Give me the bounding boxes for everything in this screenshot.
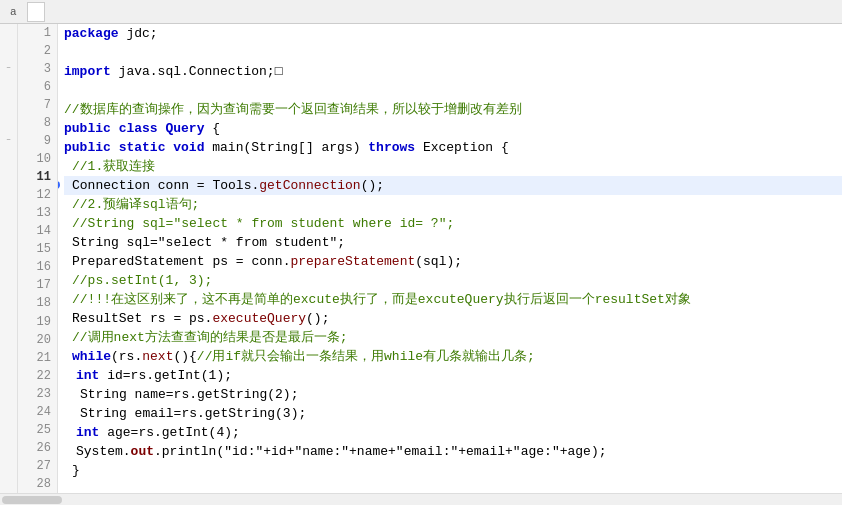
keyword2-token: out xyxy=(131,442,154,461)
code-line-12: //2.预编译sql语句; xyxy=(64,195,842,214)
editor: a ⁻⁻ 12367891011121314151617181920212223… xyxy=(0,0,842,505)
gutter-item-8 xyxy=(0,114,18,132)
code-line-6 xyxy=(64,81,842,100)
gutter-item-12 xyxy=(0,186,18,204)
line-numbers: 1236789101112131415161718192021222324252… xyxy=(18,24,58,493)
classname-token: Query xyxy=(165,119,204,138)
line-num-28: 28 xyxy=(18,475,57,493)
normal-token: (){ xyxy=(173,347,196,366)
code-line-7: //数据库的查询操作，因为查询需要一个返回查询结果，所以较于增删改有差别 xyxy=(64,100,842,119)
method-token: next xyxy=(142,347,173,366)
normal-token: (rs. xyxy=(111,347,142,366)
gutter-item-1 xyxy=(0,24,18,42)
gutter-item-25 xyxy=(0,421,18,439)
code-line-16: //ps.setInt(1, 3); xyxy=(64,271,842,290)
line-num-19: 19 xyxy=(18,313,57,331)
code-line-2 xyxy=(64,43,842,62)
gutter-item-6 xyxy=(0,78,18,96)
code-line-14: String sql="select * from student"; xyxy=(64,233,842,252)
gutter-item-17 xyxy=(0,276,18,294)
line-num-18: 18 xyxy=(18,294,57,312)
code-line-26: } xyxy=(64,461,842,480)
line-num-7: 7 xyxy=(18,96,57,114)
code-line-20: while(rs.next(){//用if就只会输出一条结果，用while有几条… xyxy=(64,347,842,366)
expand-icon[interactable]: ⁻ xyxy=(5,135,12,148)
line-num-17: 17 xyxy=(18,276,57,294)
normal-token: main(String[] args) xyxy=(204,138,368,157)
code-content[interactable]: package jdc;import java.sql.Connection;□… xyxy=(58,24,842,493)
keyword-token: public xyxy=(64,119,111,138)
code-line-8: public class Query { xyxy=(64,119,842,138)
method-token: prepareStatement xyxy=(290,252,415,271)
line-num-11: 11 xyxy=(18,168,57,186)
normal-token: String name=rs.getString(2); xyxy=(80,385,298,404)
normal-token xyxy=(111,119,119,138)
normal-token: System. xyxy=(76,442,131,461)
code-line-21: int id=rs.getInt(1); xyxy=(64,366,842,385)
comment-token: //调用next方法查查询的结果是否是最后一条; xyxy=(72,328,348,347)
comment-token: //1.获取连接 xyxy=(72,157,155,176)
tab-c1[interactable] xyxy=(27,2,45,22)
line-num-2: 2 xyxy=(18,42,57,60)
code-line-24: int age=rs.getInt(4); xyxy=(64,423,842,442)
line-num-12: 12 xyxy=(18,186,57,204)
normal-token xyxy=(111,138,119,157)
gutter-item-26 xyxy=(0,439,18,457)
line-num-16: 16 xyxy=(18,258,57,276)
code-line-18: ResultSet rs = ps.executeQuery(); xyxy=(64,309,842,328)
gutter-item-7 xyxy=(0,96,18,114)
comment-token: //String sql="select * from student wher… xyxy=(72,214,454,233)
code-line-1: package jdc; xyxy=(64,24,842,43)
left-gutter: ⁻⁻ xyxy=(0,24,18,493)
normal-token: PreparedStatement ps = conn. xyxy=(72,252,290,271)
gutter-item-14 xyxy=(0,222,18,240)
normal-token: Exception { xyxy=(415,138,509,157)
gutter-item-9: ⁻ xyxy=(0,132,18,150)
code-line-10: //1.获取连接 xyxy=(64,157,842,176)
keyword-token: int xyxy=(76,423,99,442)
gutter-item-24 xyxy=(0,403,18,421)
line-num-10: 10 xyxy=(18,150,57,168)
line-num-15: 15 xyxy=(18,240,57,258)
code-line-9: public static void main(String[] args) t… xyxy=(64,138,842,157)
code-line-13: //String sql="select * from student wher… xyxy=(64,214,842,233)
code-line-19: //调用next方法查查询的结果是否是最后一条; xyxy=(64,328,842,347)
keyword-token: public xyxy=(64,138,111,157)
gutter-item-23 xyxy=(0,385,18,403)
expand-icon[interactable]: ⁻ xyxy=(5,63,12,76)
code-area: ⁻⁻ 1236789101112131415161718192021222324… xyxy=(0,24,842,493)
line-num-23: 23 xyxy=(18,385,57,403)
gutter-item-22 xyxy=(0,367,18,385)
scrollbar-thumb-x[interactable] xyxy=(2,496,62,504)
code-line-25: System.out.println("id:"+id+"name:"+name… xyxy=(64,442,842,461)
code-line-15: PreparedStatement ps = conn.prepareState… xyxy=(64,252,842,271)
normal-token: String sql="select * from student"; xyxy=(72,233,345,252)
line-num-27: 27 xyxy=(18,457,57,475)
normal-token: (); xyxy=(306,309,329,328)
gutter-item-10 xyxy=(0,150,18,168)
gutter-item-13 xyxy=(0,204,18,222)
comment-token: //!!!在这区别来了，这不再是简单的excute执行了，而是excuteQue… xyxy=(72,290,691,309)
gutter-item-15 xyxy=(0,240,18,258)
tab-bar: a xyxy=(0,0,842,24)
normal-token: java.sql.Connection;□ xyxy=(111,62,283,81)
line-num-1: 1 xyxy=(18,24,57,42)
comment-token: //数据库的查询操作，因为查询需要一个返回查询结果，所以较于增删改有差别 xyxy=(64,100,522,119)
keyword-token: void xyxy=(173,138,204,157)
code-line-22: String name=rs.getString(2); xyxy=(64,385,842,404)
normal-token: (sql); xyxy=(415,252,462,271)
keyword-token: import xyxy=(64,62,111,81)
line-num-6: 6 xyxy=(18,78,57,96)
line-num-24: 24 xyxy=(18,403,57,421)
scrollbar-x[interactable] xyxy=(0,493,842,505)
gutter-item-19 xyxy=(0,313,18,331)
line-num-20: 20 xyxy=(18,331,57,349)
gutter-item-2 xyxy=(0,42,18,60)
line-num-22: 22 xyxy=(18,367,57,385)
gutter-item-28 xyxy=(0,475,18,493)
normal-token: .println("id:"+id+"name:"+name+"email:"+… xyxy=(154,442,606,461)
comment-token: //ps.setInt(1, 3); xyxy=(72,271,212,290)
normal-token: id=rs.getInt(1); xyxy=(99,366,232,385)
line-num-8: 8 xyxy=(18,114,57,132)
normal-token: jdc; xyxy=(119,24,158,43)
